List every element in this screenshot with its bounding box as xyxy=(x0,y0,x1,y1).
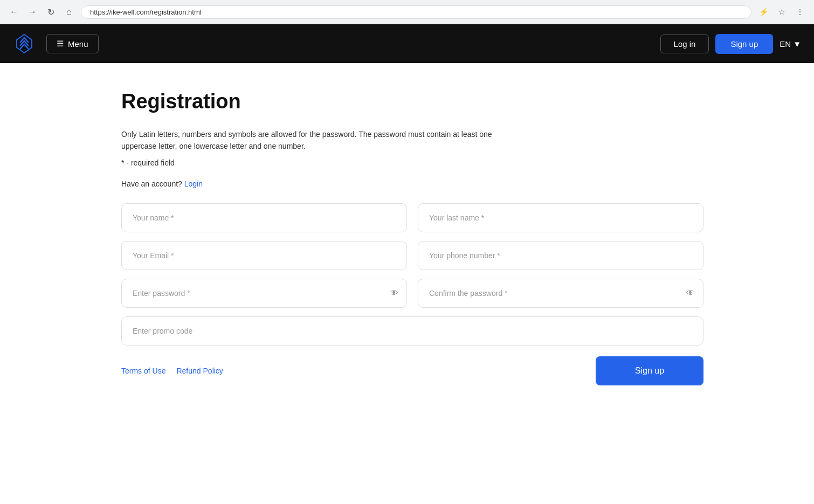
address-bar[interactable] xyxy=(81,5,751,19)
email-input[interactable] xyxy=(121,241,407,270)
browser-nav-buttons: ← → ↻ ⌂ xyxy=(6,4,77,19)
email-field xyxy=(121,241,407,270)
password-eye-icon[interactable]: 👁 xyxy=(390,288,398,298)
navbar-left: ☰ Menu xyxy=(13,32,99,55)
lastname-field xyxy=(418,203,703,232)
form-row-contact xyxy=(121,241,703,270)
promo-input[interactable] xyxy=(121,316,703,346)
chevron-down-icon: ▼ xyxy=(793,39,801,49)
password-field: 👁 xyxy=(121,279,407,308)
menu-label: Menu xyxy=(68,39,88,49)
extensions-button[interactable]: ⚡ xyxy=(756,4,771,19)
form-row-promo xyxy=(121,316,703,346)
login-link[interactable]: Login xyxy=(184,179,203,188)
signup-nav-button[interactable]: Sign up xyxy=(715,34,773,54)
phone-input[interactable] xyxy=(418,241,703,270)
name-field xyxy=(121,203,407,232)
name-input[interactable] xyxy=(121,203,407,232)
forward-button[interactable]: → xyxy=(25,4,40,19)
form-links: Terms of Use Refund Policy xyxy=(121,367,223,375)
have-account-text: Have an account? Login xyxy=(121,179,203,188)
password-input[interactable] xyxy=(121,279,407,308)
page-title: Registration xyxy=(121,90,241,113)
back-button[interactable]: ← xyxy=(6,4,22,19)
confirm-password-field: 👁 xyxy=(418,279,703,308)
hamburger-icon: ☰ xyxy=(57,39,64,49)
reload-button[interactable]: ↻ xyxy=(43,4,58,19)
lastname-input[interactable] xyxy=(418,203,703,232)
signup-button[interactable]: Sign up xyxy=(596,356,703,385)
registration-form: 👁 👁 Terms of Use Refund Policy Sign up xyxy=(121,203,703,385)
main-content: Registration Only Latin letters, numbers… xyxy=(111,63,703,418)
form-footer: Terms of Use Refund Policy Sign up xyxy=(121,356,703,385)
terms-link[interactable]: Terms of Use xyxy=(121,367,165,375)
form-row-password: 👁 👁 xyxy=(121,279,703,308)
confirm-password-input[interactable] xyxy=(418,279,703,308)
promo-field xyxy=(121,316,703,346)
refund-link[interactable]: Refund Policy xyxy=(176,367,223,375)
language-button[interactable]: EN ▼ xyxy=(779,39,801,49)
info-line1: Only Latin letters, numbers and symbols … xyxy=(121,130,492,139)
navbar-right: Log in Sign up EN ▼ xyxy=(660,34,801,54)
lang-label: EN xyxy=(779,39,791,49)
info-line2: uppercase letter, one lowercase letter a… xyxy=(121,142,306,150)
bookmark-button[interactable]: ☆ xyxy=(774,4,789,19)
more-button[interactable]: ⋮ xyxy=(792,4,808,19)
required-note: * - required field xyxy=(121,157,492,169)
menu-button[interactable]: ☰ Menu xyxy=(46,34,99,53)
logo xyxy=(13,32,36,55)
browser-actions: ⚡ ☆ ⋮ xyxy=(756,4,808,19)
browser-chrome: ← → ↻ ⌂ ⚡ ☆ ⋮ xyxy=(0,0,814,24)
login-button[interactable]: Log in xyxy=(660,34,709,53)
confirm-password-eye-icon[interactable]: 👁 xyxy=(686,288,695,298)
phone-field xyxy=(418,241,703,270)
navbar: ☰ Menu Log in Sign up EN ▼ xyxy=(0,24,814,63)
info-text: Only Latin letters, numbers and symbols … xyxy=(121,128,492,169)
form-row-name xyxy=(121,203,703,232)
url-input[interactable] xyxy=(90,8,742,16)
home-button[interactable]: ⌂ xyxy=(61,4,77,19)
